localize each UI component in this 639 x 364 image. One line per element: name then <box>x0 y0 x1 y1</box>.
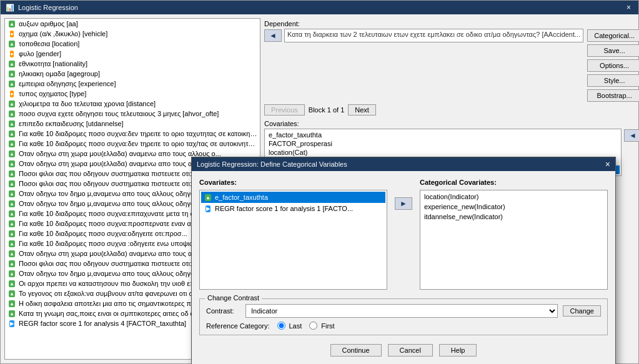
style-button[interactable]: Style... <box>587 74 639 87</box>
var-icon: ▲ <box>7 179 16 188</box>
dialog-body: Covariates: ▲e_factor_taxuthta▶REGR fact… <box>192 171 615 364</box>
last-radio-label: Last <box>289 322 302 330</box>
options-button[interactable]: Options... <box>587 59 639 72</box>
change-contrast-button[interactable]: Change <box>563 305 601 317</box>
dialog-title-bar: Logistic Regression: Define Categorical … <box>192 157 615 171</box>
last-radio[interactable] <box>277 322 285 330</box>
variable-list-item[interactable]: ▲Για καθε 10 διαδρομες ποσο συχνα:δεν τη… <box>5 139 260 149</box>
var-icon: ● <box>7 89 16 98</box>
variable-list-item[interactable]: ▲τοποθεσια [location] <box>5 39 260 49</box>
dialog-categorical-item[interactable]: itdannelse_new(Indicator) <box>422 212 606 222</box>
previous-button[interactable]: Previous <box>264 104 305 116</box>
variable-list-item[interactable]: ●φυλο [gender] <box>5 49 260 59</box>
var-icon: ▲ <box>7 69 16 78</box>
variable-label: Οι αρχοι πρεπει να καταστησουν πιο δυσκο… <box>19 280 215 287</box>
variable-list-item[interactable]: ▲Για καθε 10 διαδρομες ποσο συχνα:δεν τη… <box>5 129 260 139</box>
variable-list-item[interactable]: ▲ηλικιακη ομαδα [agegroup] <box>5 69 260 79</box>
variable-label: Για καθε 10 διαδρομες ποσο συχνα:δεν τηρ… <box>19 140 257 147</box>
var-icon: ▲ <box>7 59 16 68</box>
dialog-item-icon: ▶ <box>204 204 212 213</box>
contrast-select[interactable]: IndicatorSimpleDifferenceHelmertRepeated… <box>245 304 558 318</box>
define-categorical-dialog: Logistic Regression: Define Categorical … <box>191 157 616 364</box>
dialog-middle-arrow-col: ► <box>395 179 412 210</box>
variable-label: εμπειρια οδηγησης [experience] <box>19 80 116 87</box>
dialog-covariates-list: ▲e_factor_taxuthta▶REGR factor score 1 f… <box>199 190 387 290</box>
variable-label: ηλικιακη ομαδα [agegroup] <box>19 70 100 77</box>
var-icon: ▲ <box>7 139 16 148</box>
variable-list-item[interactable]: ▲ποσο συχνα εχετε οδηγησει τους τελευται… <box>5 109 260 119</box>
variable-list-item[interactable]: ▲επιπεδο εκπαιδευσης [utdannelse] <box>5 119 260 129</box>
covariate-item[interactable]: location(Cat) <box>266 148 620 157</box>
var-icon: ▲ <box>7 269 16 278</box>
variable-label: φυλο [gender] <box>19 50 61 57</box>
dependent-arrow-button[interactable]: ◄ <box>264 29 282 42</box>
dialog-covariates-col: Covariates: ▲e_factor_taxuthta▶REGR fact… <box>199 179 387 290</box>
variable-label: Για καθε 10 διαδρομες ποσο συχνα:οδηγειτ… <box>19 230 187 237</box>
dialog-arrow-button[interactable]: ► <box>395 197 412 210</box>
var-icon: ▲ <box>7 169 16 178</box>
covariate-item[interactable]: e_factor_taxuthta <box>266 130 620 139</box>
var-icon: ▲ <box>7 119 16 128</box>
variable-list-item[interactable]: ●τυπος οχηματος [type] <box>5 89 260 99</box>
dialog-categorical-item[interactable]: location(Indicator) <box>422 192 606 202</box>
var-icon: ▲ <box>7 39 16 48</box>
variable-label: επιπεδο εκπαιδευσης [utdannelse] <box>19 120 124 127</box>
bootstrap-button[interactable]: Bootstrap... <box>587 89 639 102</box>
variable-label: χιλιομετρα τα δυο τελευταια χρονια [dist… <box>19 100 156 107</box>
dialog-footer: Continue Cancel Help <box>199 342 608 359</box>
covariates-arrow-button[interactable]: ◄ <box>624 129 639 142</box>
dialog-covariate-label: REGR factor score 1 for analysis 1 [FACT… <box>215 205 353 212</box>
first-radio-label: First <box>321 322 334 330</box>
main-title-bar: 📊 Logistic Regression × <box>1 1 638 14</box>
var-icon: ▲ <box>7 79 16 88</box>
var-icon: ▲ <box>7 259 16 268</box>
dialog-cancel-button[interactable]: Cancel <box>388 344 433 357</box>
variable-label: Για καθε 10 διαδρομες ποσο συχνα:επιταχυ… <box>19 210 220 217</box>
var-icon: ▲ <box>7 229 16 238</box>
dialog-title: Logistic Regression: Define Categorical … <box>197 160 347 168</box>
var-icon: ▲ <box>7 199 16 208</box>
var-icon: ▲ <box>7 149 16 158</box>
variable-list-item[interactable]: ▲χιλιομετρα τα δυο τελευταια χρονια [dis… <box>5 99 260 109</box>
var-icon: ▲ <box>7 219 16 228</box>
close-button[interactable]: × <box>624 3 633 12</box>
variable-list-item[interactable]: ●οχημα (α/κ ,δικυκλο) [vehicle] <box>5 29 260 39</box>
var-icon: ▲ <box>7 239 16 248</box>
var-icon: ▲ <box>7 109 16 118</box>
var-icon: ▶ <box>7 319 16 328</box>
dialog-close-button[interactable]: × <box>605 160 610 169</box>
variable-label: οχημα (α/κ ,δικυκλο) [vehicle] <box>19 30 107 37</box>
var-icon: ▲ <box>7 299 16 308</box>
variable-list-item[interactable]: ▲εθνικοτητα [nationality] <box>5 59 260 69</box>
dialog-covariates-label: Covariates: <box>199 179 387 186</box>
dialog-categorical-col: Categorical Covariates: location(Indicat… <box>420 179 608 290</box>
variable-label: Ποσοι φιλοι σας που οδηγουν συστηματικα … <box>19 180 216 187</box>
variable-label: Ποσοι φιλοι σας που οδηγουν συστηματικα … <box>19 170 216 177</box>
block-label: Block 1 of 1 <box>309 106 344 114</box>
variable-list-item[interactable]: ▲αυξων αριθμος [aa] <box>5 19 260 29</box>
var-icon: ▲ <box>7 279 16 288</box>
continue-button[interactable]: Continue <box>330 344 382 357</box>
dialog-covariate-item[interactable]: ▲e_factor_taxuthta <box>201 192 385 203</box>
variable-label: REGR factor score 1 for analysis 4 [FACT… <box>19 320 186 327</box>
dependent-label: Dependent: <box>264 18 583 27</box>
dialog-categorical-item[interactable]: experience_new(Indicator) <box>422 202 606 212</box>
dialog-categorical-label: Categorical Covariates: <box>420 179 608 186</box>
change-contrast-legend: Change Contrast <box>205 294 262 302</box>
next-button[interactable]: Next <box>348 104 376 116</box>
covariate-item[interactable]: FACTOR_prosperasi <box>266 139 620 148</box>
save-button[interactable]: Save... <box>587 44 639 57</box>
variable-list-item[interactable]: ▲εμπειρια οδηγησης [experience] <box>5 79 260 89</box>
covariates-label: Covariates: <box>264 118 622 127</box>
dialog-covariate-item[interactable]: ▶REGR factor score 1 for analysis 1 [FAC… <box>201 203 385 214</box>
first-radio[interactable] <box>309 322 317 330</box>
var-icon: ● <box>7 29 16 38</box>
var-icon: ▲ <box>7 209 16 218</box>
variable-label: τυπος οχηματος [type] <box>19 90 86 97</box>
dialog-help-button[interactable]: Help <box>439 344 477 357</box>
last-radio-group: Last <box>277 322 302 330</box>
categorical-button[interactable]: Categorical... <box>587 29 639 42</box>
var-icon: ▲ <box>7 19 16 28</box>
variable-label: Ποσοι φιλοι σας που οδηγουν συστηματικα … <box>19 260 212 267</box>
variable-label: Οταν οδηγω τον δημο μ,αναμενω απο τους α… <box>19 270 218 277</box>
